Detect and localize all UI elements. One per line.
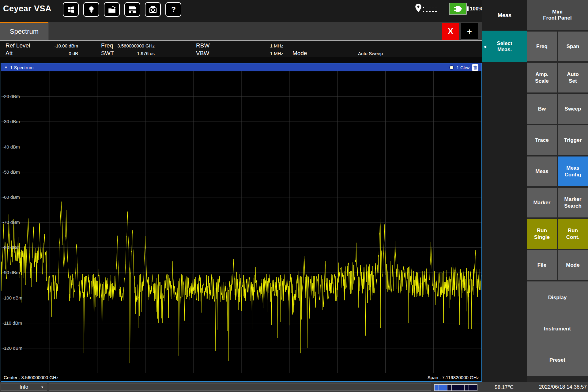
svg-text:?: ?	[171, 6, 175, 13]
progress-segment	[451, 384, 456, 391]
panel-button-auto-set[interactable]: Auto Set	[558, 63, 588, 92]
tab-spectrum[interactable]: Spectrum	[0, 22, 48, 40]
gps-info-line	[426, 11, 437, 12]
panel-button-run-single[interactable]: Run Single	[527, 219, 557, 249]
trace-color-dot	[449, 65, 454, 70]
panel-button-instrument[interactable]: Instrument	[527, 313, 588, 345]
progress-segment	[469, 384, 473, 391]
info-label: Info	[20, 384, 28, 390]
y-axis-label: -120 dBm	[2, 345, 22, 351]
chevron-down-icon: ▼	[41, 386, 44, 389]
panel-button-amp-scale[interactable]: Amp. Scale	[527, 63, 557, 92]
close-tab-button[interactable]: X	[442, 23, 459, 40]
panel-button-freq[interactable]: Freq	[527, 32, 557, 61]
spectrum-window: ▼ 1 Spectrum 1 Clrw -20 dBm-30 dBm-40 dB…	[1, 63, 482, 382]
delete-trace-button[interactable]	[472, 64, 478, 71]
progress-segment	[443, 384, 447, 391]
trash-icon	[473, 65, 477, 70]
top-bar: Ceyear VSA ? 100%	[0, 0, 482, 22]
swt-value[interactable]: 1.976 us	[106, 50, 155, 56]
mode-label[interactable]: Mode	[292, 50, 307, 57]
screenshot-icon[interactable]	[145, 2, 161, 17]
y-axis-label: -90 dBm	[2, 270, 20, 275]
info-dropdown[interactable]: Info ▼	[1, 383, 47, 391]
progress-segment	[464, 384, 469, 391]
panel-button-marker-search[interactable]: Marker Search	[558, 188, 588, 217]
mode-value[interactable]: Auto Sweep	[325, 50, 383, 56]
panel-button-mode[interactable]: Mode	[558, 250, 588, 280]
y-axis-label: -60 dBm	[2, 194, 20, 200]
mini-front-panel-title: Mini Front Panel	[527, 0, 588, 30]
panel-button-sweep[interactable]: Sweep	[558, 94, 588, 124]
y-axis-label: -50 dBm	[2, 169, 20, 175]
windows-icon[interactable]	[63, 2, 79, 17]
settings-bar: Ref Level -10.00 dBm Freq 3.560000000 GH…	[0, 40, 482, 57]
panel-button-meas-config[interactable]: Meas Config	[558, 156, 588, 186]
panel-button-trigger[interactable]: Trigger	[558, 125, 588, 155]
panel-button-file[interactable]: File	[527, 250, 557, 280]
collapse-icon[interactable]: ▼	[4, 66, 8, 69]
temperature-readout: 58.17℃	[489, 384, 519, 390]
sweep-progress-bar	[434, 384, 477, 391]
center-frequency-label[interactable]: Center : 3.560000000 GHz	[4, 375, 58, 380]
y-axis-label: -30 dBm	[2, 119, 20, 124]
mini-front-panel: Mini Front Panel FreqSpanAmp. ScaleAuto …	[527, 0, 588, 382]
meas-menu-title: Meas	[482, 0, 527, 31]
y-axis-label: -40 dBm	[2, 144, 20, 149]
status-message-field	[49, 383, 431, 391]
save-icon[interactable]	[124, 2, 140, 17]
status-bar: Info ▼ 58.17℃ 2022/06/18 14:38:57	[0, 382, 588, 392]
panel-button-trace[interactable]: Trace	[527, 125, 557, 155]
span-label[interactable]: Span : 7.119820000 GHz	[428, 375, 479, 380]
datetime-readout: 2022/06/18 14:38:57	[526, 384, 587, 390]
progress-segment	[447, 384, 452, 391]
gps-status	[414, 3, 437, 15]
trace-title: 1 Spectrum	[10, 65, 34, 70]
panel-button-bw[interactable]: Bw	[527, 94, 557, 124]
select-meas-button[interactable]: ◀ Select Meas.	[482, 31, 527, 62]
gps-info-line	[426, 7, 437, 7]
vbw-value[interactable]: 1 MHz	[236, 50, 283, 56]
location-pin-icon	[414, 3, 423, 15]
meas-menu-strip: Meas ◀ Select Meas.	[482, 0, 527, 382]
vbw-label[interactable]: VBW	[196, 50, 209, 57]
app-title: Ceyear VSA	[3, 4, 51, 13]
panel-button-span[interactable]: Span	[558, 32, 588, 61]
progress-segment	[473, 384, 477, 391]
select-meas-label: Select Meas.	[497, 40, 512, 53]
y-axis-label: -110 dBm	[2, 320, 22, 326]
panel-button-preset[interactable]: Preset	[527, 344, 588, 376]
rbw-value[interactable]: 1 MHz	[236, 42, 283, 48]
chevron-left-icon: ◀	[484, 44, 486, 48]
progress-segment	[439, 384, 443, 391]
trace-mode-badge[interactable]: 1 Clrw	[456, 65, 469, 70]
att-label[interactable]: Att	[6, 50, 13, 57]
progress-segment	[460, 384, 465, 391]
ref-level-label[interactable]: Ref Level	[6, 42, 30, 49]
rbw-label[interactable]: RBW	[196, 42, 209, 49]
open-file-icon[interactable]	[104, 2, 120, 17]
panel-button-display[interactable]: Display	[527, 281, 588, 314]
panel-button-run-cont[interactable]: Run Cont.	[558, 219, 588, 249]
progress-segment	[434, 384, 439, 391]
progress-segment	[456, 384, 460, 391]
battery-percent: 100%	[470, 6, 483, 12]
panel-button-meas[interactable]: Meas	[527, 156, 557, 186]
y-axis-label: -80 dBm	[2, 245, 20, 250]
spectrum-plot[interactable]: -20 dBm-30 dBm-40 dBm-50 dBm-60 dBm-70 d…	[1, 71, 481, 373]
battery-plug-icon	[449, 3, 467, 15]
add-tab-button[interactable]: +	[461, 23, 478, 40]
freq-value[interactable]: 3.560000000 GHz	[106, 42, 155, 48]
spectrum-trace-svg: -20 dBm-30 dBm-40 dBm-50 dBm-60 dBm-70 d…	[1, 71, 481, 373]
battery-terminal	[467, 6, 469, 11]
att-value[interactable]: 0 dB	[29, 50, 78, 56]
lightbulb-icon[interactable]	[83, 2, 99, 17]
tab-bar: Spectrum X +	[0, 22, 482, 40]
panel-button-marker[interactable]: Marker	[527, 188, 557, 217]
y-axis-label: -70 dBm	[2, 220, 20, 225]
y-axis-label: -20 dBm	[2, 94, 20, 99]
ref-level-value[interactable]: -10.00 dBm	[29, 42, 78, 48]
toolbar-icon-row: ?	[63, 2, 181, 17]
help-icon[interactable]: ?	[165, 2, 181, 17]
chart-footer: Center : 3.560000000 GHz Span : 7.119820…	[1, 373, 481, 381]
